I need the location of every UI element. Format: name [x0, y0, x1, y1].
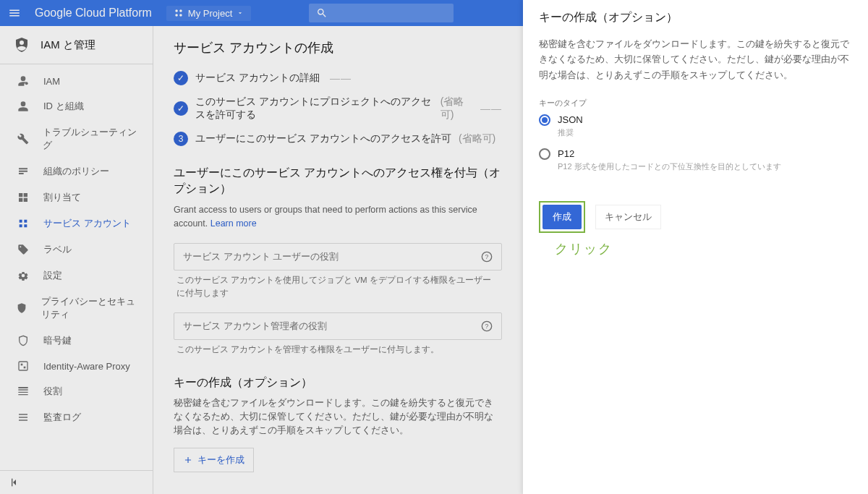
sidebar-item-label: IAM: [43, 76, 60, 87]
hamburger-menu-icon[interactable]: [6, 7, 23, 20]
sidebar-nav-list: IAM ID と組織 トラブルシューティング 組織のポリシー 割り当て サービス…: [0, 64, 153, 470]
sidebar-item-label: ID と組織: [43, 100, 84, 113]
sidebar-item-label: プライバシーとセキュリティ: [41, 295, 142, 321]
field-placeholder: サービス アカウント ユーザーの役割: [183, 250, 339, 263]
brand-title: Google Cloud Platform: [35, 7, 152, 20]
step-check-icon: [174, 71, 188, 85]
svg-rect-9: [12, 479, 12, 487]
project-name: My Project: [188, 8, 232, 19]
step-check-icon: [174, 101, 188, 116]
sidebar-item-troubleshooting[interactable]: トラブルシューティング: [0, 119, 153, 158]
svg-rect-6: [21, 364, 23, 366]
svg-rect-5: [19, 362, 27, 370]
grant-access-desc: Grant access to users or groups that nee…: [174, 203, 502, 231]
sidebar: IAM と管理 IAM ID と組織 トラブルシューティング 組織のポリシー 割…: [0, 26, 153, 494]
radio-selected-icon: [539, 114, 550, 126]
radio-json-help: 推奨: [539, 127, 852, 138]
iam-shield-icon: [13, 36, 30, 54]
field-placeholder: サービス アカウント管理者の役割: [183, 320, 327, 333]
radio-unselected-icon: [539, 148, 550, 160]
svg-rect-8: [18, 387, 27, 388]
sidebar-item-label: ラベル: [43, 243, 72, 256]
panel-create-button[interactable]: 作成: [542, 205, 582, 229]
search-input[interactable]: [309, 4, 454, 22]
help-icon[interactable]: ?: [481, 320, 493, 332]
sidebar-item-crypto-keys[interactable]: 暗号鍵: [0, 328, 153, 354]
step-3-row[interactable]: 3 ユーザーにこのサービス アカウントへのアクセスを許可 (省略可): [174, 132, 502, 146]
step-dash: ——: [480, 103, 502, 114]
create-key-button[interactable]: キーを作成: [174, 448, 254, 472]
sidebar-item-label: 設定: [43, 269, 62, 282]
chevron-left-icon: [9, 477, 20, 488]
step-optional: (省略可): [459, 132, 495, 145]
svg-point-1: [179, 9, 182, 12]
svg-rect-7: [24, 367, 26, 369]
page-title: サービス アカウントの作成: [174, 39, 502, 56]
svg-text:?: ?: [485, 323, 489, 330]
sidebar-item-label: Identity-Aware Proxy: [43, 361, 130, 372]
sidebar-item-label: 組織のポリシー: [43, 165, 109, 178]
svg-point-2: [175, 14, 178, 17]
sidebar-item-label: 暗号鍵: [43, 334, 72, 347]
sidebar-item-org-policy[interactable]: 組織のポリシー: [0, 158, 153, 184]
sidebar-item-quotas[interactable]: 割り当て: [0, 184, 153, 210]
step-dash: ——: [330, 72, 352, 84]
sidebar-item-iap[interactable]: Identity-Aware Proxy: [0, 354, 153, 378]
admin-role-field[interactable]: サービス アカウント管理者の役割 ?: [174, 312, 502, 340]
dropdown-icon: [237, 9, 244, 17]
svg-text:?: ?: [485, 254, 489, 261]
svg-point-4: [25, 82, 28, 85]
help-icon[interactable]: ?: [481, 251, 493, 263]
step-optional: (省略可): [441, 95, 470, 122]
panel-cancel-button[interactable]: キャンセル: [595, 205, 661, 229]
sidebar-item-label: 役割: [43, 385, 62, 398]
step-2-row[interactable]: このサービス アカウントにプロジェクトへのアクセスを許可する (省略可) ——: [174, 95, 502, 122]
radio-p12[interactable]: P12: [539, 148, 852, 160]
search-icon: [316, 7, 328, 19]
admin-role-help: このサービス アカウントを管理する権限をユーザーに付与します。: [174, 340, 502, 356]
annotation-highlight: 作成: [539, 201, 585, 233]
click-annotation: クリック: [555, 240, 852, 257]
step-number-icon: 3: [174, 132, 188, 146]
create-key-button-label: キーを作成: [197, 453, 244, 467]
step-label: ユーザーにこのサービス アカウントへのアクセスを許可: [195, 132, 451, 145]
step-1-row[interactable]: サービス アカウントの詳細 ——: [174, 71, 502, 85]
user-role-help: このサービス アカウントを使用してジョブと VM をデプロイする権限をユーザーに…: [174, 271, 502, 299]
sidebar-item-label: 割り当て: [43, 191, 81, 204]
svg-point-3: [179, 14, 182, 17]
create-key-panel: キーの作成（オプション） 秘密鍵を含むファイルをダウンロードします。この鍵を紛失…: [523, 0, 868, 494]
create-key-heading: キーの作成（オプション）: [174, 375, 502, 391]
radio-p12-help: P12 形式を使用したコードとの下位互換性を目的としています: [539, 161, 852, 172]
panel-title: キーの作成（オプション）: [539, 10, 852, 25]
sidebar-header-title: IAM と管理: [41, 38, 95, 52]
project-selector[interactable]: My Project: [166, 6, 251, 21]
sidebar-item-identity[interactable]: ID と組織: [0, 93, 153, 119]
collapse-sidebar-button[interactable]: [0, 470, 153, 494]
key-type-label: キーのタイプ: [539, 98, 852, 108]
sidebar-item-roles[interactable]: 役割: [0, 378, 153, 404]
step-label: サービス アカウントの詳細: [195, 72, 320, 85]
sidebar-item-settings[interactable]: 設定: [0, 263, 153, 289]
learn-more-link[interactable]: Learn more: [210, 218, 257, 229]
radio-json[interactable]: JSON: [539, 114, 852, 126]
sidebar-item-label: 監査ログ: [43, 411, 81, 424]
svg-point-0: [175, 9, 178, 12]
panel-desc: 秘密鍵を含むファイルをダウンロードします。この鍵を紛失すると復元できなくなるため…: [539, 37, 852, 83]
sidebar-item-audit-logs[interactable]: 監査ログ: [0, 404, 153, 430]
plus-icon: [183, 455, 193, 465]
create-key-desc: 秘密鍵を含むファイルをダウンロードします。この鍵を紛失すると復元できなくなるため…: [174, 396, 502, 437]
grant-access-heading: ユーザーにこのサービス アカウントへのアクセス権を付与（オプション）: [174, 165, 502, 197]
user-role-field[interactable]: サービス アカウント ユーザーの役割 ?: [174, 243, 502, 271]
radio-json-label: JSON: [558, 114, 583, 125]
sidebar-item-label: トラブルシューティング: [43, 126, 142, 152]
sidebar-item-service-accounts[interactable]: サービス アカウント: [0, 210, 153, 237]
sidebar-item-label: サービス アカウント: [43, 217, 131, 230]
sidebar-item-privacy[interactable]: プライバシーとセキュリティ: [0, 289, 153, 328]
sidebar-item-labels[interactable]: ラベル: [0, 237, 153, 263]
step-label: このサービス アカウントにプロジェクトへのアクセスを許可する: [195, 95, 433, 122]
sidebar-header: IAM と管理: [0, 26, 153, 64]
radio-p12-label: P12: [558, 148, 574, 159]
sidebar-item-iam[interactable]: IAM: [0, 69, 153, 93]
main-content: サービス アカウントの作成 サービス アカウントの詳細 —— このサービス アカ…: [153, 26, 522, 494]
